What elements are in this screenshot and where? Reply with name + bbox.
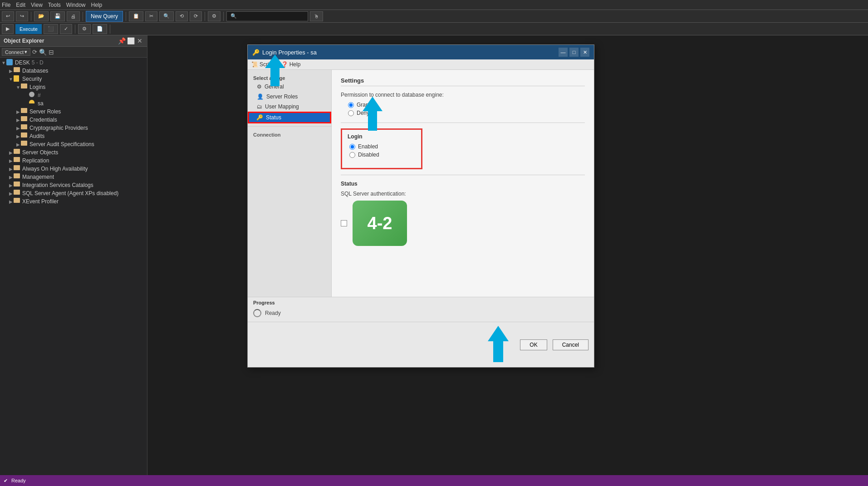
tree-item-audit-specs[interactable]: ▶ Server Audit Specifications xyxy=(0,140,147,148)
menu-tools[interactable]: Tools xyxy=(48,2,61,8)
tree-item-desk[interactable]: ▼ DESK 5 - D xyxy=(0,59,147,67)
tree-item-xevent[interactable]: ▶ XEvent Profiler xyxy=(0,197,147,206)
folder-icon-repl xyxy=(14,157,21,164)
folder-icon-cred xyxy=(21,116,28,123)
toolbar-icon-9[interactable]: ⟲ xyxy=(176,11,188,21)
oe-controls: 📌 ⬜ ✕ xyxy=(118,37,143,44)
tree-item-audits[interactable]: ▶ Audits xyxy=(0,132,147,140)
disabled-radio-item[interactable]: Disabled xyxy=(349,152,416,158)
expand-icon-hash xyxy=(24,93,29,98)
nav-item-status[interactable]: 🔑 Status xyxy=(248,112,331,123)
dialog-body: Select a page ⚙ General xyxy=(248,70,594,297)
toolbar-icon-1[interactable]: ↩ xyxy=(2,11,14,21)
dialog-minimize-btn[interactable]: — xyxy=(559,48,568,57)
oe-close-btn[interactable]: ✕ xyxy=(136,37,143,44)
tree-item-crypto[interactable]: ▶ Cryptographic Providers xyxy=(0,124,147,132)
logins-folder-icon xyxy=(21,83,28,91)
execute-button[interactable]: Execute xyxy=(15,24,42,34)
tree-item-server-roles[interactable]: ▶ Server Roles xyxy=(0,108,147,116)
oe-collapse-btn[interactable]: ⊟ xyxy=(48,49,55,56)
tree-item-always-on[interactable]: ▶ Always On High Availability xyxy=(0,165,147,173)
enabled-radio[interactable] xyxy=(349,144,355,150)
oe-dock-btn[interactable]: ⬜ xyxy=(127,37,134,44)
nav-item-user-mapping[interactable]: 🗂 User Mapping xyxy=(248,102,331,112)
toolbar-icon-2[interactable]: ↪ xyxy=(16,11,28,21)
toolbar-icon-15[interactable]: ✓ xyxy=(60,24,72,34)
folder-icon-crypto xyxy=(21,124,28,132)
svg-marker-1 xyxy=(363,97,383,131)
arrow3-container xyxy=(486,326,511,363)
toolbar-icon-3[interactable]: 📂 xyxy=(34,11,49,21)
toolbar-sep-7 xyxy=(110,25,110,34)
connect-button[interactable]: Connect ▾ xyxy=(2,48,30,56)
oe-refresh-btn[interactable]: ⟳ xyxy=(31,49,39,56)
tree-item-hash[interactable]: # xyxy=(0,91,147,99)
menu-help[interactable]: Help xyxy=(91,2,103,8)
toolbar-icon-8[interactable]: 🔍 xyxy=(159,11,174,21)
toolbar-icon-14[interactable]: ⬛ xyxy=(44,24,58,34)
toolbar-icon-6[interactable]: 📋 xyxy=(129,11,143,21)
nav-item-server-roles[interactable]: 👤 Server Roles xyxy=(248,92,331,102)
tree-item-integration[interactable]: ▶ Integration Services Catalogs xyxy=(0,181,147,189)
tree-item-replication[interactable]: ▶ Replication xyxy=(0,157,147,165)
tree-item-security[interactable]: ▼ Security xyxy=(0,75,147,83)
progress-label: Progress xyxy=(253,300,588,305)
menu-file[interactable]: File xyxy=(2,2,10,8)
checkbox-auth[interactable] xyxy=(341,220,347,226)
menu-window[interactable]: Window xyxy=(66,2,86,8)
grant-radio[interactable] xyxy=(348,102,354,108)
oe-pin-btn[interactable]: 📌 xyxy=(118,37,125,44)
tree-item-management[interactable]: ▶ Management xyxy=(0,173,147,181)
tree-item-sql-agent[interactable]: ▶ SQL Server Agent (Agent XPs disabled) xyxy=(0,189,147,197)
toolbar-icon-4[interactable]: 💾 xyxy=(50,11,65,21)
svg-marker-0 xyxy=(265,54,285,86)
toolbar-icon-17[interactable]: 📄 xyxy=(93,24,107,34)
databases-label: Databases xyxy=(22,68,48,74)
toolbar-icon-10[interactable]: ⟳ xyxy=(190,11,202,21)
new-query-button[interactable]: New Query xyxy=(86,11,123,22)
toolbar-icon-7[interactable]: ✂ xyxy=(145,11,157,21)
expand-icon-repl: ▶ xyxy=(8,158,14,163)
nav-item-general[interactable]: ⚙ General xyxy=(248,82,331,92)
login-red-box: Login Enabled Disabled xyxy=(341,128,422,169)
expand-icon-so: ▶ xyxy=(8,150,14,155)
folder-icon-audit-specs xyxy=(21,141,28,148)
folder-icon-audits xyxy=(21,133,28,140)
server-roles-nav-label: Server Roles xyxy=(266,93,298,100)
user-icon-sa xyxy=(29,100,36,107)
toolbar-icon-11[interactable]: ⚙ xyxy=(208,11,221,21)
menu-edit[interactable]: Edit xyxy=(16,2,25,8)
dialog-close-btn[interactable]: ✕ xyxy=(580,48,589,57)
security-icon xyxy=(14,75,21,83)
expand-icon-logins: ▼ xyxy=(15,85,21,90)
oe-title: Object Explorer xyxy=(4,38,44,44)
tree-item-server-objects[interactable]: ▶ Server Objects xyxy=(0,148,147,157)
server-label: DESK xyxy=(15,59,30,66)
tree-item-credentials[interactable]: ▶ Credentials xyxy=(0,116,147,124)
disabled-radio[interactable] xyxy=(349,152,355,158)
toolbar-icon-5[interactable]: 🖨 xyxy=(67,11,80,21)
tree-item-databases[interactable]: ▶ Databases xyxy=(0,67,147,75)
server-objects-label: Server Objects xyxy=(22,149,58,156)
expand-icon-ao: ▶ xyxy=(8,167,14,172)
toolbar-icon-12[interactable]: 🖱 xyxy=(310,11,323,21)
dialog-toolbar: 📜 Script ▾ ❓ Help xyxy=(248,59,594,70)
toolbar-icon-13[interactable]: ▶ xyxy=(2,24,14,34)
dialog-maximize-btn[interactable]: □ xyxy=(569,48,579,57)
menu-view[interactable]: View xyxy=(31,2,43,8)
ok-button[interactable]: OK xyxy=(520,339,547,350)
main-layout: Object Explorer 📌 ⬜ ✕ Connect ▾ ⟳ 🔍 ⊟ ▼ … xyxy=(0,35,868,475)
enabled-radio-item[interactable]: Enabled xyxy=(349,143,416,150)
disabled-label: Disabled xyxy=(358,152,379,158)
deny-radio[interactable] xyxy=(348,110,354,116)
ready-icon: ✔ xyxy=(4,478,8,484)
progress-spinner xyxy=(253,309,261,317)
oe-filter-btn[interactable]: 🔍 xyxy=(39,49,47,56)
toolbar-search-box[interactable]: 🔍 xyxy=(226,11,308,21)
tree-item-logins[interactable]: ▼ Logins xyxy=(0,83,147,91)
oe-header: Object Explorer 📌 ⬜ ✕ xyxy=(0,35,147,47)
cancel-button[interactable]: Cancel xyxy=(553,339,588,350)
toolbar-icon-16[interactable]: ⚙ xyxy=(78,24,91,34)
tree-item-sa-user[interactable]: sa xyxy=(0,99,147,108)
sql-auth-label: SQL Server authentication: xyxy=(341,191,585,197)
